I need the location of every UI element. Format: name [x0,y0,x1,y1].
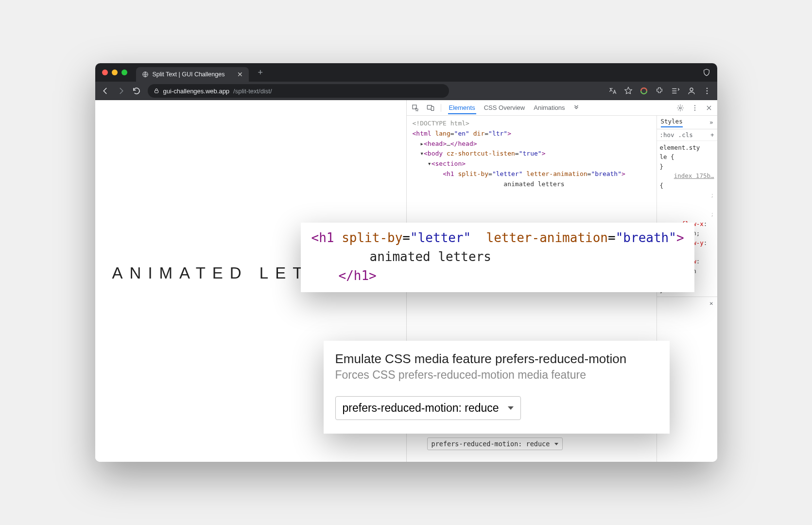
shield-icon[interactable] [703,69,710,76]
extension-color-icon[interactable] [639,87,648,95]
kebab-menu-icon[interactable] [703,87,711,95]
content-area: ANIMATED LETTERS Elements CSS Overview A… [95,100,717,462]
overlay-emulate-title: Emulate CSS media feature prefers-reduce… [335,351,658,367]
svg-point-11 [694,105,695,106]
styles-tab[interactable]: Styles [661,118,683,127]
close-tab-icon[interactable]: ✕ [237,70,243,78]
overlay-emulate-select-value: prefers-reduced-motion: reduce [343,402,499,415]
back-button[interactable] [101,87,110,95]
titlebar: Split Text | GUI Challenges ✕ + [95,63,717,82]
toolbar: gui-challenges.web.app/split-text/dist/ [95,82,717,100]
tab-title: Split Text | GUI Challenges [153,71,225,78]
svg-rect-9 [431,106,433,110]
cls-toggle[interactable]: .cls [678,131,693,139]
more-tabs-icon[interactable] [573,105,580,111]
address-bar[interactable]: gui-challenges.web.app/split-text/dist/ [148,84,449,98]
more-panes-icon[interactable]: » [709,119,713,126]
minimize-window-button[interactable] [112,70,118,75]
svg-point-13 [694,109,695,110]
device-toolbar-icon[interactable] [426,104,441,112]
reading-list-icon[interactable] [671,87,680,95]
svg-point-4 [706,88,708,89]
translate-icon[interactable] [608,87,617,95]
overlay-emulate-select[interactable]: prefers-reduced-motion: reduce [335,396,521,420]
overlay-code-snippet: <h1 split-by="letter" letter-animation="… [301,223,694,292]
overlay-emulate-card: Emulate CSS media feature prefers-reduce… [324,341,670,434]
svg-point-12 [694,107,695,108]
rendering-select-value: prefers-reduced-motion: reduce [432,440,550,448]
overlay-code-text: animated letters [311,247,684,266]
styles-drawer-close-icon[interactable]: ✕ [709,299,713,307]
browser-tab[interactable]: Split Text | GUI Challenges ✕ [136,67,249,82]
devtools-toolbar: Elements CSS Overview Animations [407,100,717,116]
profile-avatar-icon[interactable] [687,87,696,95]
extensions-icon[interactable] [655,87,664,95]
reload-button[interactable] [132,87,141,95]
tab-css-overview[interactable]: CSS Overview [483,101,526,114]
window-controls [102,70,127,75]
close-window-button[interactable] [102,70,108,75]
svg-rect-1 [155,90,158,93]
new-tab-button[interactable]: + [258,68,263,78]
chevron-down-icon [554,443,558,445]
svg-point-10 [679,107,681,109]
rule-source[interactable]: index 175b… [660,171,714,180]
dom-h1-open: <h1 split-by="letter" letter-animation="… [410,169,654,179]
devtools-close-icon[interactable] [706,105,712,111]
overlay-emulate-subtitle: Forces CSS prefers-reduced-motion media … [335,368,658,382]
tab-elements[interactable]: Elements [448,101,476,114]
svg-point-5 [706,90,708,92]
new-style-rule-icon[interactable]: + [710,131,714,139]
hov-toggle[interactable]: :hov [660,131,674,139]
forward-button[interactable] [117,87,125,95]
devtools-kebab-icon[interactable] [691,104,699,112]
gear-icon[interactable] [676,104,684,112]
dom-body-open: ▾<body cz-shortcut-listen="true"> [410,149,654,159]
lock-icon [154,88,159,94]
svg-point-3 [690,88,693,91]
dom-h1-text: animated letters [410,179,654,190]
browser-window: Split Text | GUI Challenges ✕ + gui-chal… [95,63,717,462]
dom-head: ▸<head>…</head> [410,139,654,149]
chevron-down-icon [508,406,514,410]
inspect-element-icon[interactable] [412,104,419,112]
rule-brace: { [660,181,714,190]
rendering-select[interactable]: prefers-reduced-motion: reduce [427,438,563,450]
tab-animations[interactable]: Animations [533,101,566,114]
globe-icon [142,71,149,78]
dom-html-open: <html lang="en" dir="ltr"> [410,129,654,139]
overlay-code-line-1: <h1 split-by="letter" letter-animation="… [311,228,684,247]
overlay-code-close: </h1> [311,266,684,285]
element-style-block: element.style {} [660,143,714,171]
dom-doctype: <!DOCTYPE html> [410,119,654,129]
maximize-window-button[interactable] [121,70,127,75]
svg-point-6 [706,93,708,94]
dom-section-open: ▾<section> [410,159,654,169]
url-path: /split-text/dist/ [233,88,272,95]
bookmark-star-icon[interactable] [624,87,633,95]
url-domain: gui-challenges.web.app [163,88,230,95]
